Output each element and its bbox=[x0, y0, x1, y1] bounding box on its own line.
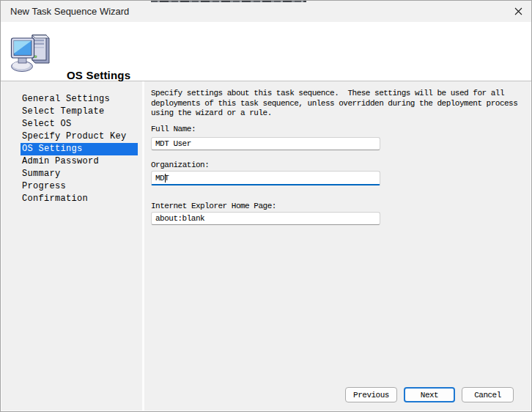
close-button[interactable] bbox=[511, 6, 525, 18]
next-button[interactable]: Next bbox=[404, 387, 455, 402]
previous-button[interactable]: Previous bbox=[345, 387, 397, 402]
wizard-window: New Task Sequence Wizard bbox=[0, 0, 532, 412]
window-title: New Task Sequence Wizard bbox=[10, 1, 129, 22]
text-caret bbox=[165, 174, 166, 183]
sidebar-item-summary[interactable]: Summary bbox=[21, 168, 138, 180]
organization-label: Organization: bbox=[151, 161, 209, 169]
sidebar-item-select-os[interactable]: Select OS bbox=[21, 118, 138, 130]
page-title: OS Settings bbox=[67, 69, 130, 81]
sidebar-item-select-template[interactable]: Select Template bbox=[21, 106, 138, 118]
wizard-header: OS Settings bbox=[1, 22, 531, 81]
sidebar: General Settings Select Template Select … bbox=[1, 93, 142, 205]
monitor bbox=[12, 38, 34, 58]
full-name-input[interactable] bbox=[151, 137, 380, 150]
cancel-button[interactable]: Cancel bbox=[462, 387, 514, 402]
page-description: Specify settings about this task sequenc… bbox=[151, 89, 523, 119]
top-edge-artifact bbox=[151, 1, 306, 2]
computer-icon bbox=[10, 31, 51, 73]
ie-home-page-input[interactable] bbox=[151, 212, 380, 225]
full-name-label: Full Name: bbox=[151, 125, 196, 133]
sidebar-divider bbox=[142, 81, 144, 411]
titlebar: New Task Sequence Wizard bbox=[1, 1, 531, 22]
sidebar-item-confirmation[interactable]: Confirmation bbox=[21, 193, 138, 205]
sidebar-item-progress[interactable]: Progress bbox=[21, 180, 138, 193]
sidebar-item-admin-password[interactable]: Admin Password bbox=[21, 155, 138, 168]
organization-input[interactable] bbox=[151, 171, 380, 185]
ie-home-page-label: Internet Explorer Home Page: bbox=[151, 202, 276, 210]
sidebar-item-os-settings[interactable]: OS Settings bbox=[21, 143, 138, 155]
sidebar-item-specify-product-key[interactable]: Specify Product Key bbox=[21, 130, 138, 143]
sidebar-item-general-settings[interactable]: General Settings bbox=[21, 93, 138, 106]
tower bbox=[32, 35, 49, 63]
close-icon bbox=[514, 5, 522, 18]
